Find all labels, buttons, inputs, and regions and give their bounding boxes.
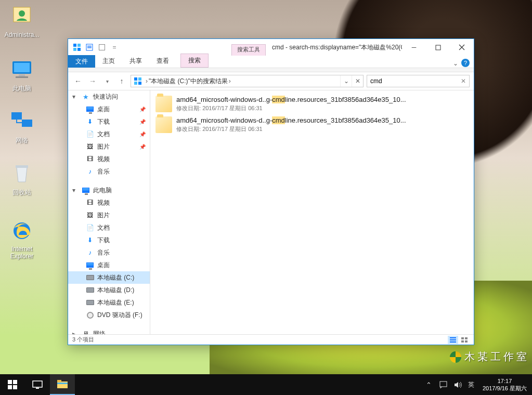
nav-up-button[interactable]: ↑ — [116, 75, 127, 87]
svg-rect-12 — [73, 48, 76, 51]
desktop-icon-recycle-bin[interactable]: 回收站 — [2, 161, 42, 197]
address-dropdown[interactable]: ⌄ — [340, 75, 352, 87]
nav-qa-desktop[interactable]: 桌面📌 — [68, 103, 150, 115]
search-clear-icon[interactable]: ✕ — [460, 77, 467, 85]
svg-rect-6 — [11, 112, 22, 120]
nav-pc-drive-e[interactable]: 本地磁盘 (E:) — [68, 296, 150, 309]
desktop-icon-ie[interactable]: Internet Explorer — [2, 218, 42, 260]
location-icon — [132, 75, 144, 87]
nav-qa-downloads[interactable]: ⬇下载📌 — [68, 115, 150, 128]
start-button[interactable] — [0, 374, 25, 395]
nav-pc-pictures[interactable]: 🖼图片 — [68, 209, 150, 221]
tray-action-center-icon[interactable] — [436, 374, 450, 395]
desktop-icon-this-pc[interactable]: 此电脑 — [2, 57, 42, 93]
close-button[interactable] — [450, 39, 474, 56]
result-meta: 修改日期: 2016/7/17 星期日 06:31 — [176, 104, 469, 112]
nav-pc-drive-d[interactable]: 本地磁盘 (D:) — [68, 284, 150, 296]
tray-ime[interactable]: 英 — [465, 374, 477, 395]
qat-properties[interactable] — [84, 42, 95, 53]
nav-pc-music[interactable]: ♪音乐 — [68, 246, 150, 259]
taskbar-explorer[interactable] — [50, 374, 75, 395]
nav-forward-button[interactable]: → — [87, 75, 98, 87]
svg-rect-13 — [77, 48, 81, 51]
ribbon-share-tab[interactable]: 共享 — [122, 55, 149, 68]
view-details-button[interactable] — [448, 336, 458, 344]
svg-rect-24 — [450, 339, 456, 340]
ribbon-expand-icon[interactable]: ⌄ — [453, 60, 458, 67]
svg-rect-10 — [73, 44, 76, 47]
ribbon-search-tab[interactable]: 搜索 — [180, 54, 209, 68]
chevron-right-icon[interactable]: › — [145, 77, 149, 85]
svg-rect-39 — [440, 381, 447, 387]
svg-rect-16 — [87, 47, 92, 48]
result-item[interactable]: amd64_microsoft-windows-d..g-cmdline.res… — [152, 94, 472, 114]
svg-rect-21 — [134, 82, 137, 85]
ribbon-home-tab[interactable]: 主页 — [95, 55, 122, 68]
chevron-right-icon[interactable]: › — [228, 77, 232, 85]
svg-rect-17 — [99, 45, 105, 50]
folder-icon — [155, 96, 172, 112]
svg-rect-15 — [87, 46, 92, 47]
nav-pc-downloads[interactable]: ⬇下载 — [68, 234, 150, 246]
desktop-icon-network[interactable]: 网络 — [2, 109, 42, 145]
address-bar[interactable]: › "本地磁盘 (C:)"中的搜索结果 › ⌄ ✕ — [131, 75, 364, 87]
svg-rect-28 — [461, 340, 464, 343]
nav-pc-documents[interactable]: 📄文档 — [68, 221, 150, 234]
ribbon-view-tab[interactable]: 查看 — [149, 55, 176, 68]
navigation-pane[interactable]: ▾★快速访问 桌面📌 ⬇下载📌 📄文档📌 🖼图片📌 🎞视频 ♪音乐 ▾此电脑 🎞… — [68, 90, 150, 334]
stop-icon[interactable]: ✕ — [352, 75, 363, 87]
svg-rect-8 — [16, 165, 28, 168]
nav-quick-access[interactable]: ▾★快速访问 — [68, 90, 150, 103]
search-box[interactable]: ✕ — [367, 75, 470, 87]
nav-network[interactable]: ▸🖥网络 — [68, 327, 150, 334]
minimize-button[interactable]: ─ — [402, 39, 426, 56]
nav-back-button[interactable]: ← — [72, 75, 84, 87]
nav-qa-pictures[interactable]: 🖼图片📌 — [68, 140, 150, 153]
result-meta: 修改日期: 2016/7/17 星期日 06:31 — [176, 125, 469, 133]
svg-rect-37 — [57, 380, 61, 382]
svg-rect-11 — [77, 44, 81, 47]
nav-pc-desktop[interactable]: 桌面 — [68, 259, 150, 271]
result-filename: amd64_microsoft-windows-d..g-cmdline.res… — [176, 116, 469, 124]
nav-qa-videos[interactable]: 🎞视频 — [68, 153, 150, 165]
view-icons-button[interactable] — [459, 336, 470, 344]
pin-icon: 📌 — [139, 131, 146, 137]
svg-rect-3 — [14, 63, 30, 72]
result-item[interactable]: amd64_microsoft-windows-d..g-cmdline.res… — [152, 114, 472, 135]
qat-new-folder[interactable] — [96, 42, 108, 53]
status-item-count: 3 个项目 — [72, 336, 94, 344]
svg-rect-32 — [8, 385, 12, 389]
nav-this-pc[interactable]: ▾此电脑 — [68, 184, 150, 196]
ribbon-file-tab[interactable]: 文件 — [68, 55, 95, 68]
nav-pc-dvd[interactable]: DVD 驱动器 (F:) — [68, 309, 150, 321]
nav-history-dropdown[interactable]: ▾ — [101, 75, 113, 87]
nav-qa-documents[interactable]: 📄文档📌 — [68, 128, 150, 140]
maximize-button[interactable] — [426, 39, 450, 56]
svg-rect-36 — [57, 381, 68, 388]
window-icon — [71, 42, 83, 53]
svg-rect-30 — [8, 380, 12, 384]
svg-rect-22 — [138, 82, 141, 85]
window-title: cmd - search-ms:displayname="本地磁盘%20(C%3… — [266, 39, 402, 56]
task-view-button[interactable] — [25, 374, 50, 395]
qat-dropdown[interactable]: = — [109, 42, 120, 53]
result-filename: amd64_microsoft-windows-d..g-cmdline.res… — [176, 96, 469, 103]
nav-qa-music[interactable]: ♪音乐 — [68, 165, 150, 178]
svg-rect-18 — [436, 45, 440, 50]
nav-pc-drive-c[interactable]: 本地磁盘 (C:) — [68, 271, 150, 284]
svg-rect-4 — [19, 74, 25, 76]
search-input[interactable] — [369, 77, 460, 85]
nav-pc-videos[interactable]: 🎞视频 — [68, 196, 150, 209]
svg-rect-33 — [13, 385, 17, 389]
results-pane[interactable]: amd64_microsoft-windows-d..g-cmdline.res… — [150, 90, 474, 334]
breadcrumb-text[interactable]: "本地磁盘 (C:)"中的搜索结果 — [149, 77, 228, 86]
watermark: 木 某 工 作 室 — [450, 350, 527, 364]
tray-overflow-icon[interactable]: ⌃ — [421, 374, 436, 395]
svg-rect-19 — [134, 77, 137, 81]
help-icon[interactable]: ? — [461, 59, 470, 67]
desktop-icon-administrator[interactable]: Administra... — [2, 4, 42, 38]
tray-volume-icon[interactable] — [450, 374, 465, 395]
pin-icon: 📌 — [139, 144, 146, 150]
svg-rect-38 — [57, 383, 68, 384]
tray-clock[interactable]: 17:17 2017/9/16 星期六 — [477, 377, 532, 392]
